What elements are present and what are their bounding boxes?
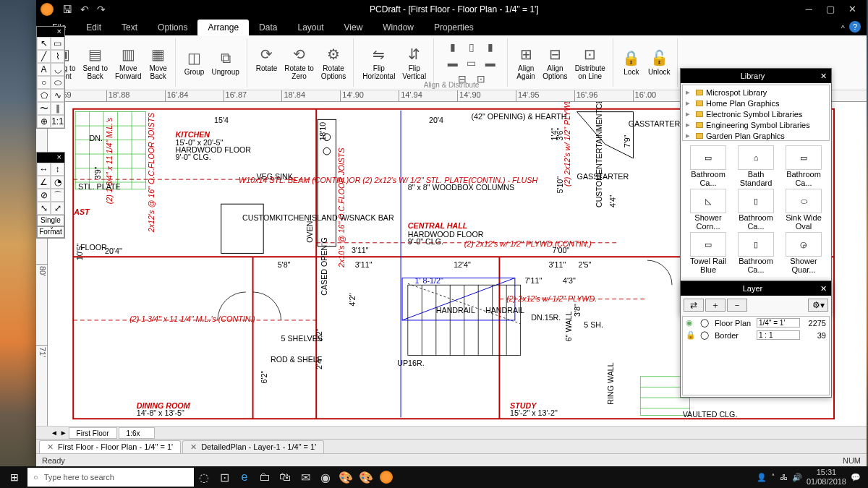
- align-center-button[interactable]: ▯: [463, 40, 480, 54]
- tool-dim-base[interactable]: ⤢: [51, 202, 64, 215]
- layer-row[interactable]: 🔒 ◯ Border 1 : 1 39: [683, 329, 829, 341]
- explorer-icon[interactable]: 🗀: [255, 466, 275, 488]
- tool-arc[interactable]: ◡: [51, 63, 64, 76]
- notifications-icon[interactable]: 💬: [851, 473, 861, 482]
- taskbar-clock[interactable]: 15:3101/08/2018: [807, 468, 846, 487]
- volume-icon[interactable]: 🔊: [792, 473, 802, 482]
- library-tree[interactable]: ▸Microspot Library ▸Home Plan Graphics ▸…: [682, 85, 830, 141]
- taskbar-search[interactable]: ○Type here to search: [27, 468, 194, 487]
- lock-icon[interactable]: 🔒: [686, 330, 696, 340]
- distribute-line-button[interactable]: ⊡Distributeon Line: [572, 44, 608, 82]
- library-item[interactable]: ▯Bathroom Ca...: [733, 189, 779, 231]
- menu-edit[interactable]: Edit: [76, 20, 111, 35]
- align-right-button[interactable]: ▮: [482, 40, 499, 54]
- store-icon[interactable]: 🛍: [275, 466, 295, 488]
- qat-undo-icon[interactable]: ↶: [80, 4, 89, 15]
- close-button[interactable]: ✕: [848, 4, 856, 14]
- layer-row[interactable]: ◉ ◯ Floor Plan 1/4" = 1' 2275: [683, 317, 829, 329]
- tab-close-icon[interactable]: ✕: [190, 442, 197, 452]
- dim-format-btn[interactable]: Format: [37, 226, 64, 238]
- people-icon[interactable]: 👤: [757, 473, 767, 482]
- rotate-button[interactable]: ⟳Rotate: [253, 44, 280, 82]
- tool-parallel[interactable]: ∥: [51, 102, 64, 115]
- layer-add-button[interactable]: ＋: [705, 299, 726, 312]
- tool-curve[interactable]: ∿: [51, 89, 64, 102]
- tray-expand-icon[interactable]: ˄: [771, 473, 775, 482]
- tool-ellipse[interactable]: ⬭: [51, 76, 64, 89]
- visibility-icon[interactable]: ◉: [686, 318, 696, 328]
- layer-settings-button[interactable]: ⚙▾: [808, 299, 828, 312]
- align-bottom-button[interactable]: ▬: [482, 56, 499, 70]
- menu-arrange[interactable]: Arrange: [197, 20, 249, 35]
- library-item[interactable]: ◶Shower Quar...: [780, 232, 827, 274]
- align-middle-button[interactable]: ▭: [463, 56, 480, 70]
- align-options-button[interactable]: ⊟AlignOptions: [540, 44, 570, 82]
- tool-line[interactable]: ╱: [37, 50, 51, 63]
- menu-properties[interactable]: Properties: [424, 20, 484, 35]
- tree-item[interactable]: ▸Microspot Library: [683, 87, 829, 98]
- flip-v-button[interactable]: ⇵FlipVertical: [399, 44, 429, 82]
- qat-redo-icon[interactable]: ↷: [97, 4, 106, 15]
- active-icon[interactable]: ◯: [700, 330, 710, 340]
- move-back-button[interactable]: ▦MoveBack: [146, 44, 171, 82]
- tool-dim-v[interactable]: ↕: [51, 163, 64, 176]
- tool-dim-h[interactable]: ↔: [37, 163, 51, 176]
- dim-mode-select[interactable]: Single ˅: [37, 215, 64, 226]
- edge-icon[interactable]: e: [234, 466, 255, 488]
- help-button[interactable]: ?: [849, 21, 861, 33]
- ungroup-button[interactable]: ⧉Ungroup: [208, 48, 242, 77]
- tool-dim-arc[interactable]: ⌒: [51, 189, 64, 202]
- tool-zoom[interactable]: 1:1: [51, 115, 64, 128]
- tool-text[interactable]: A: [37, 63, 51, 76]
- network-icon[interactable]: 🖧: [780, 473, 788, 481]
- tool-polyline[interactable]: ⌇: [51, 50, 64, 63]
- tool-dim-dia[interactable]: ⊘: [37, 189, 51, 202]
- align-again-button[interactable]: ⊞AlignAgain: [514, 44, 538, 82]
- tab-close-icon[interactable]: ✕: [47, 442, 54, 452]
- minimize-button[interactable]: ─: [806, 4, 812, 14]
- tool-dim-chain[interactable]: ⤡: [37, 202, 51, 215]
- tree-item[interactable]: ▸Electronic Symbol Libraries: [683, 108, 829, 119]
- maximize-button[interactable]: ▢: [826, 4, 835, 14]
- align-top-button[interactable]: ▬: [444, 56, 461, 70]
- library-item[interactable]: ◺Shower Corn...: [685, 189, 731, 231]
- send-to-back-button[interactable]: ▤Send toBack: [80, 44, 110, 82]
- flip-h-button[interactable]: ⇋FlipHorizontal: [359, 44, 398, 82]
- layer-scale-select[interactable]: 1/4" = 1': [757, 318, 800, 328]
- layer-remove-button[interactable]: －: [727, 299, 747, 312]
- mail-icon[interactable]: ✉: [295, 466, 315, 488]
- palette-close[interactable]: ×: [37, 153, 64, 163]
- tree-item[interactable]: ▸Engineering Symbol Libraries: [683, 119, 829, 130]
- active-icon[interactable]: ◯: [700, 318, 710, 328]
- app-icon[interactable]: 🎨: [356, 466, 376, 488]
- rotate-zero-button[interactable]: ⟲Rotate toZero: [281, 44, 317, 82]
- start-button[interactable]: ⊞: [1, 466, 27, 488]
- menu-window[interactable]: Window: [373, 20, 424, 35]
- rotate-options-button[interactable]: ⚙RotateOptions: [318, 44, 349, 82]
- chrome-icon[interactable]: ◉: [315, 466, 336, 488]
- library-item[interactable]: ▯Bathroom Ca...: [733, 232, 779, 274]
- doc-tab-1[interactable]: ✕First Floor - Floor Plan - 1/4" = 1': [39, 440, 181, 453]
- layer-link-button[interactable]: ⇄: [684, 299, 704, 312]
- library-item[interactable]: ⬭Sink Wide Oval: [780, 189, 827, 231]
- unlock-button[interactable]: 🔓Unlock: [645, 48, 673, 77]
- qat-save-icon[interactable]: 🖫: [62, 4, 72, 15]
- layer-scale-select[interactable]: 1 : 1: [757, 330, 800, 340]
- tool-rect[interactable]: ▭: [51, 37, 64, 50]
- task-view-icon[interactable]: ⊡: [214, 466, 234, 488]
- tool-pointer[interactable]: ↖: [37, 37, 51, 50]
- menu-layout[interactable]: Layout: [287, 20, 333, 35]
- menu-text[interactable]: Text: [111, 20, 148, 35]
- tool-polygon[interactable]: ⬠: [37, 89, 51, 102]
- sheet-tab-active[interactable]: First Floor: [69, 427, 117, 439]
- tree-item[interactable]: ▸Garden Plan Graphics: [683, 130, 829, 141]
- tool-palette-main[interactable]: × ↖▭ ╱⌇ A◡ ○⬭ ⬠∿ 〜∥ ⊕1:1: [36, 26, 65, 129]
- library-item[interactable]: ▭Bathroom Ca...: [780, 145, 827, 187]
- library-item[interactable]: ⌂Bath Standard: [733, 145, 779, 187]
- ribbon-collapse-icon[interactable]: ^: [841, 24, 845, 33]
- panel-close-icon[interactable]: ✕: [820, 284, 827, 294]
- pcdraft-task-icon[interactable]: [376, 466, 396, 488]
- library-panel[interactable]: Library✕ ▸Microspot Library ▸Home Plan G…: [680, 68, 832, 315]
- cortana-icon[interactable]: ◌: [194, 466, 214, 488]
- tool-palette-dims[interactable]: × ↔↕ ∠◔ ⊘⌒ ⤡⤢ Single ˅ Format: [36, 152, 65, 239]
